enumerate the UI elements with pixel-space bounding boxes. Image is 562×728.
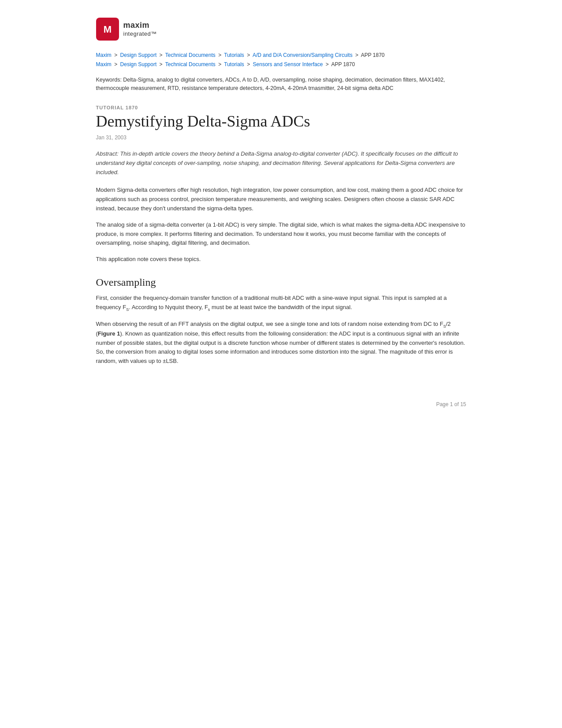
logo-tagline: integrated™ [123, 30, 157, 37]
logo-icon: M [96, 18, 119, 41]
article-date: Jan 31, 2003 [96, 134, 466, 141]
breadcrumb-tutorials-2[interactable]: Tutorials [224, 61, 244, 67]
breadcrumb-row-2: Maxim > Design Support > Technical Docum… [96, 60, 466, 69]
breadcrumb-app-1870-2: APP 1870 [331, 61, 355, 67]
svg-text:M: M [103, 24, 111, 35]
breadcrumb-tech-docs-1[interactable]: Technical Documents [165, 52, 216, 58]
abstract-text: Abstract: This in-depth article covers t… [96, 149, 466, 177]
body-paragraph-1: Modern Sigma-delta converters offer high… [96, 186, 466, 213]
tutorial-label: TUTORIAL 1870 [96, 105, 466, 110]
breadcrumb-tech-docs-2[interactable]: Technical Documents [165, 61, 216, 67]
breadcrumb-maxim-1[interactable]: Maxim [96, 52, 112, 58]
breadcrumb-design-support-1[interactable]: Design Support [120, 52, 157, 58]
main-title: Demystifying Delta-Sigma ADCs [96, 112, 466, 131]
breadcrumb-tutorials-1[interactable]: Tutorials [224, 52, 244, 58]
breadcrumb-ad-conversion[interactable]: A/D and D/A Conversion/Sampling Circuits [253, 52, 353, 58]
section1-title: Oversampling [96, 276, 466, 288]
breadcrumb-row-1: Maxim > Design Support > Technical Docum… [96, 51, 466, 60]
keywords-label: Keywords: [96, 77, 122, 83]
body-paragraph-3: This application note covers these topic… [96, 255, 466, 264]
breadcrumbs: Maxim > Design Support > Technical Docum… [96, 51, 466, 69]
breadcrumb-maxim-2[interactable]: Maxim [96, 61, 112, 67]
logo-text: maxim integrated™ [123, 21, 157, 37]
section1-paragraph-1: First, consider the frequency-domain tra… [96, 294, 466, 313]
keywords-text: Delta-Sigma, analog to digital converter… [96, 77, 445, 91]
page-number: Page 1 of 15 [436, 401, 466, 407]
page-footer: Page 1 of 15 [96, 401, 466, 407]
breadcrumb-sensors[interactable]: Sensors and Sensor Interface [253, 61, 323, 67]
logo-company: maxim [123, 21, 157, 30]
body-paragraph-2: The analog side of a sigma-delta convert… [96, 220, 466, 248]
breadcrumb-app-1870-1: APP 1870 [361, 52, 385, 58]
breadcrumb-design-support-2[interactable]: Design Support [120, 61, 157, 67]
section1-paragraph-2: When observing the result of an FFT anal… [96, 320, 466, 366]
keywords-section: Keywords: Delta-Sigma, analog to digital… [96, 76, 466, 93]
logo-area: M maxim integrated™ [96, 18, 466, 41]
